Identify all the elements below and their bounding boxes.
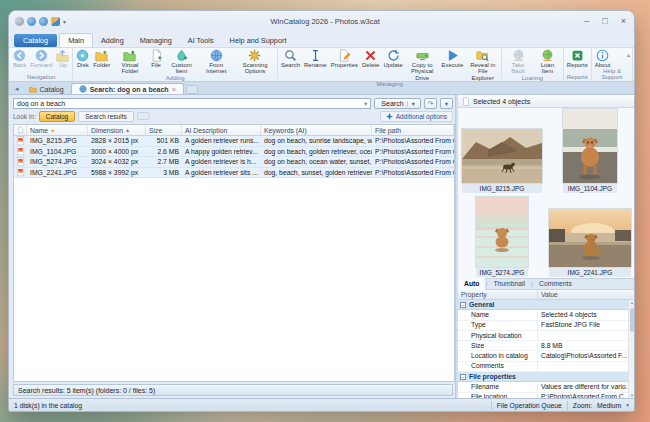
- more-search-actions-button[interactable]: ▼: [440, 98, 453, 109]
- scroll-up-icon[interactable]: ▲: [629, 300, 634, 305]
- forward-button[interactable]: Forward: [28, 48, 54, 68]
- rename-button[interactable]: Rename: [302, 48, 329, 68]
- execute-button[interactable]: Execute: [440, 48, 466, 68]
- table-row[interactable]: IMG_5274.JPG 3024 × 4032 px 2.7 MB A gol…: [14, 157, 454, 168]
- table-row[interactable]: IMG_1104.JPG 3000 × 4000 px 2.6 MB A hap…: [14, 147, 454, 158]
- column-header-dimension[interactable]: Dimension▲: [88, 125, 146, 135]
- from-internet-button[interactable]: From Internet: [198, 48, 234, 75]
- save-icon[interactable]: [51, 17, 60, 26]
- new-tab-button[interactable]: [186, 85, 198, 94]
- column-header-size[interactable]: Size: [146, 125, 182, 135]
- properties-button[interactable]: Properties: [329, 48, 360, 68]
- column-header-keywords[interactable]: Keywords (AI): [261, 125, 372, 135]
- undo-icon[interactable]: [27, 17, 36, 26]
- maximize-button[interactable]: □: [602, 17, 607, 26]
- scanning-options-button[interactable]: Scanning Options: [234, 48, 276, 75]
- scroll-down-icon[interactable]: ▼: [629, 393, 634, 398]
- search-options-dropdown-icon[interactable]: ▼: [407, 101, 416, 107]
- column-header-name[interactable]: Name✦: [27, 125, 88, 135]
- zoom-dropdown-icon[interactable]: ▾: [626, 402, 629, 408]
- collapse-ribbon-icon[interactable]: ▴: [627, 51, 630, 58]
- folder-icon: [95, 49, 108, 62]
- tab-thumbnail[interactable]: Thumbnail: [487, 278, 531, 290]
- scrollbar-thumb[interactable]: [630, 308, 634, 332]
- property-row-name[interactable]: Name Selected 4 objects: [458, 310, 634, 320]
- minimize-button[interactable]: –: [584, 17, 589, 26]
- tab-auto[interactable]: Auto: [458, 278, 485, 290]
- property-row-type[interactable]: Type FastStone JPG File: [458, 321, 634, 331]
- ribbon-search-button[interactable]: Search: [279, 48, 302, 68]
- scope-catalog-toggle[interactable]: Catalog: [39, 111, 75, 122]
- thumbnail-img-1104[interactable]: IMG_1104.JPG: [546, 108, 634, 194]
- tab-scroll-left-icon[interactable]: ◂: [12, 85, 22, 94]
- tab-comments[interactable]: Comments: [533, 278, 578, 290]
- reports-icon: [571, 49, 584, 62]
- forward-icon: [35, 49, 48, 62]
- search-button[interactable]: Search ▼: [374, 98, 421, 109]
- photo-dog-running-beach: [462, 129, 542, 183]
- loan-item-icon: [541, 49, 554, 62]
- titlebar[interactable]: ▾ WinCatalog 2026 - Photos.w3cat – □ ×: [9, 11, 634, 31]
- tab-catalog[interactable]: Catalog: [22, 84, 71, 94]
- photo-dog-in-water-sunset: [476, 197, 528, 267]
- disk-icon: [76, 49, 89, 62]
- quick-access-toolbar: ▾: [15, 17, 66, 26]
- menu-tab-main[interactable]: Main: [59, 33, 93, 47]
- add-file-button[interactable]: File: [148, 48, 165, 68]
- disk-button[interactable]: Disk: [74, 48, 91, 68]
- ribbon-group-navigation: Back Forward Up Navigation: [10, 48, 73, 81]
- property-row-size[interactable]: Size 8.8 MB: [458, 341, 634, 351]
- menu-tab-adding[interactable]: Adding: [93, 34, 132, 47]
- copy-to-drive-button[interactable]: Copy to Physical Drive: [405, 48, 440, 81]
- ribbon-group-loaning: Take Back Loan Item Loaning: [502, 48, 564, 81]
- column-header-ai-description[interactable]: AI Description: [182, 125, 261, 135]
- menu-tab-ai-tools[interactable]: AI Tools: [180, 34, 222, 47]
- table-row[interactable]: IMG_8215.JPG 2828 × 2015 px 501 KB A gol…: [14, 136, 454, 147]
- ribbon-group-managing: Search Rename Properties Delete: [278, 48, 502, 81]
- back-button[interactable]: Back: [11, 48, 28, 68]
- property-row-file-location[interactable]: File location P:\Photos\Assorted From C.…: [458, 393, 634, 398]
- update-button[interactable]: Update: [381, 48, 404, 68]
- collapse-icon[interactable]: −: [460, 302, 466, 308]
- additional-options-button[interactable]: Additional options: [380, 111, 453, 122]
- close-button[interactable]: ×: [621, 17, 626, 26]
- header-icon-cell[interactable]: [14, 125, 27, 135]
- tab-search-dog-on-a-beach[interactable]: Search: dog on a beach ×: [71, 83, 184, 94]
- menu-tab-managing[interactable]: Managing: [132, 34, 180, 47]
- about-button[interactable]: About: [593, 48, 613, 68]
- property-row-location-in-catalog[interactable]: Location in catalog Catalog\Photos\Assor…: [458, 351, 634, 361]
- table-row[interactable]: IMG_2241.JPG 5988 × 3992 px 3 MB A golde…: [14, 168, 454, 179]
- zoom-value-dropdown[interactable]: Medium: [597, 402, 621, 409]
- scope-extra-button[interactable]: [137, 112, 150, 120]
- property-scrollbar[interactable]: ▲ ▼: [628, 300, 634, 398]
- custom-item-button[interactable]: Custom Item: [165, 48, 199, 75]
- virtual-folder-button[interactable]: Virtual Folder: [112, 48, 147, 75]
- reveal-in-explorer-button[interactable]: Reveal in File Explorer: [465, 48, 500, 81]
- menu-tab-help-support[interactable]: Help and Support: [222, 34, 295, 47]
- up-button[interactable]: Up: [54, 48, 71, 68]
- add-folder-button[interactable]: Folder: [91, 48, 112, 68]
- thumbnail-img-5274[interactable]: IMG_5274.JPG: [458, 194, 546, 278]
- property-row-comments[interactable]: Comments: [458, 362, 634, 372]
- open-in-new-tab-button[interactable]: ↷: [424, 98, 437, 109]
- search-input[interactable]: [14, 99, 361, 108]
- property-group-file-properties[interactable]: − File properties: [458, 372, 634, 382]
- file-operation-queue-button[interactable]: File Operation Queue: [497, 402, 562, 409]
- reports-button[interactable]: Reports: [565, 48, 590, 68]
- close-tab-icon[interactable]: ×: [172, 86, 176, 93]
- thumbnail-img-2241[interactable]: IMG_2241.JPG: [546, 194, 634, 278]
- menu-tab-catalog[interactable]: Catalog: [14, 34, 57, 47]
- property-row-filename[interactable]: Filename Values are different for vario.…: [458, 382, 634, 392]
- redo-icon[interactable]: [39, 17, 48, 26]
- property-row-physical-location[interactable]: Physical location: [458, 331, 634, 341]
- look-in-row: Look in: Catalog Search results Addition…: [13, 110, 455, 122]
- scope-search-results-toggle[interactable]: Search results: [78, 111, 134, 122]
- take-back-button[interactable]: Take Back: [503, 48, 533, 75]
- delete-button[interactable]: Delete: [360, 48, 381, 68]
- thumbnail-img-8215[interactable]: IMG_8215.JPG: [458, 108, 546, 194]
- loan-item-button[interactable]: Loan Item: [533, 48, 562, 75]
- property-group-general[interactable]: − General: [458, 300, 634, 310]
- collapse-icon[interactable]: −: [460, 374, 466, 380]
- search-history-dropdown-icon[interactable]: ▼: [361, 101, 370, 107]
- column-header-file-path[interactable]: File path: [372, 125, 454, 135]
